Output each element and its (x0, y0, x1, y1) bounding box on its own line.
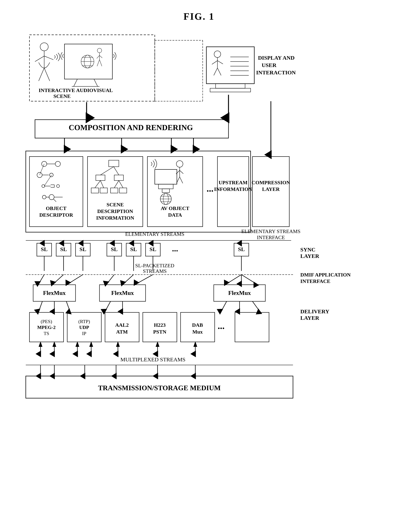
transmission-label: TRANSMISSION/STORAGE MEDIUM (98, 384, 221, 392)
svg-point-55 (55, 161, 60, 166)
mpeg2-label1: (PES) (41, 319, 52, 324)
dab-label1: DAB (192, 322, 203, 328)
svg-line-79 (100, 167, 114, 175)
aal2-label1: AAL2 (115, 322, 129, 328)
svg-line-13 (44, 68, 50, 81)
svg-line-96 (180, 171, 183, 174)
interactive-scene-label2: SCENE (53, 93, 71, 99)
svg-point-58 (50, 173, 53, 177)
sync-layer-label2: LAYER (300, 253, 319, 259)
svg-line-38 (212, 61, 218, 64)
svg-line-68 (53, 199, 56, 202)
h223-label1: H223 (154, 322, 166, 328)
sl-label-3: SL (80, 246, 86, 252)
sync-layer-label: SYNC (300, 247, 315, 253)
svg-rect-74 (114, 175, 123, 181)
svg-line-12 (39, 68, 44, 81)
flexmux-label-3: FlexMux (228, 290, 251, 296)
svg-line-15 (74, 79, 77, 87)
svg-line-128 (105, 301, 111, 311)
svg-line-65 (44, 175, 51, 186)
sl-label-4: SL (111, 246, 118, 252)
svg-line-80 (114, 167, 119, 175)
main-svg: INTERACTIVE AUDIOVISUAL SCENE (15, 29, 383, 527)
svg-line-66 (40, 164, 44, 175)
svg-line-41 (218, 68, 221, 75)
svg-point-93 (176, 160, 183, 167)
svg-line-83 (114, 181, 119, 188)
sl-label-7: SL (238, 246, 245, 252)
svg-line-127 (66, 301, 70, 311)
composition-rendering-label: COMPOSITION AND RENDERING (68, 123, 193, 132)
page: FIG. 1 (0, 0, 398, 532)
svg-rect-35 (210, 88, 250, 92)
svg-rect-78 (119, 188, 127, 193)
h223-label2: PSTN (153, 329, 167, 335)
svg-line-116 (39, 275, 44, 284)
svg-point-36 (214, 51, 221, 57)
elementary-streams-interface-label2: INTERFACE (257, 234, 285, 240)
svg-line-84 (119, 181, 123, 188)
display-user-label2: USER (262, 62, 276, 68)
svg-line-121 (136, 275, 153, 284)
svg-line-119 (107, 275, 114, 284)
svg-line-26 (100, 55, 102, 58)
svg-rect-72 (109, 160, 119, 167)
mpeg2-label2: MPEG-2 (37, 325, 56, 330)
scene-description-label3: INFORMATION (96, 215, 134, 221)
dab-label2: Mux (192, 329, 203, 335)
display-user-label: DISPLAY AND (258, 55, 295, 61)
svg-rect-76 (100, 188, 107, 193)
upstream-info-label: UPSTREAM (219, 180, 248, 185)
svg-rect-33 (206, 47, 254, 83)
figure-title: FIG. 1 (15, 11, 383, 22)
svg-line-122 (227, 275, 241, 284)
object-descriptor-label2: DESCRIPTOR (39, 212, 73, 218)
interactive-scene-label: INTERACTIVE AUDIOVISUAL (39, 88, 113, 93)
aal2-label2: ATM (116, 329, 128, 335)
dmif-label2: INTERFACE (300, 278, 330, 284)
upstream-info-label2: INFORMATION (214, 186, 252, 192)
svg-line-124 (241, 275, 256, 284)
svg-line-82 (100, 181, 104, 188)
scene-description-label2: DESCRIPTION (97, 208, 133, 214)
svg-point-67 (49, 195, 54, 200)
svg-line-95 (176, 171, 180, 174)
compression-layer-label: COMPRESSION (252, 180, 290, 185)
svg-line-130 (221, 301, 227, 311)
svg-rect-87 (162, 189, 170, 193)
svg-line-132 (253, 301, 260, 311)
ellipsis-sl: ... (172, 244, 178, 253)
sl-label-2: SL (60, 246, 67, 252)
svg-line-81 (95, 181, 100, 188)
sl-label-6: SL (149, 246, 156, 252)
sl-packetized-streams-label: SL-PACKETIZED (135, 263, 174, 268)
ellipsis-1: ... (206, 183, 213, 194)
svg-line-16 (94, 79, 98, 87)
svg-point-64 (56, 185, 59, 188)
dmif-label: DMIF APPLICATION (300, 272, 351, 278)
display-user-label3: INTERACTION (256, 70, 296, 76)
svg-rect-86 (159, 184, 173, 189)
svg-rect-77 (111, 188, 118, 193)
object-descriptor-label: OBJECT (46, 205, 67, 211)
svg-line-117 (53, 275, 63, 284)
flexmux-label-1: FlexMux (43, 290, 66, 296)
flexmux-label-2: FlexMux (111, 290, 134, 296)
multiplexed-streams-label: MULTIPLEXED STREAMS (120, 356, 186, 363)
svg-rect-34 (216, 84, 245, 88)
svg-line-27 (97, 60, 100, 66)
scene-description-label: SCENE (106, 202, 124, 208)
svg-line-118 (68, 275, 83, 284)
ellipsis-delivery: ... (218, 321, 224, 331)
svg-line-125 (39, 301, 42, 311)
svg-line-39 (218, 61, 223, 64)
svg-line-11 (44, 56, 53, 60)
svg-rect-85 (155, 170, 177, 184)
svg-rect-73 (96, 175, 105, 181)
rtp-label3: IP (82, 331, 86, 336)
rtp-label2: UDP (79, 325, 89, 330)
av-object-data-label2: DATA (168, 212, 182, 218)
delivery-layer-label2: LAYER (300, 315, 319, 321)
svg-rect-75 (91, 188, 99, 193)
